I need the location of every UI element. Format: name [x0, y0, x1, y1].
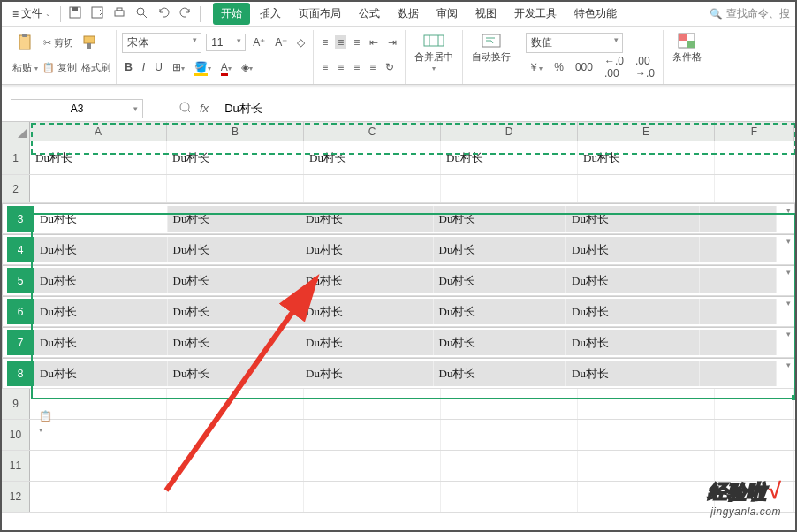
row-header[interactable]: 11: [2, 451, 30, 481]
cell[interactable]: Du村长: [34, 268, 168, 293]
tab-view[interactable]: 视图: [467, 3, 505, 25]
cell[interactable]: Du村长: [168, 268, 301, 293]
cell[interactable]: [167, 482, 304, 512]
tab-data[interactable]: 数据: [390, 3, 427, 25]
redo-icon[interactable]: [178, 5, 193, 22]
paste-label[interactable]: 粘贴 ▾: [12, 61, 38, 74]
cell[interactable]: [715, 141, 794, 174]
tab-formulas[interactable]: 公式: [351, 3, 388, 25]
cell[interactable]: [304, 482, 441, 512]
save-as-icon[interactable]: [90, 5, 104, 22]
decrease-font-button[interactable]: A⁻: [272, 35, 290, 49]
col-header-e[interactable]: E: [578, 122, 715, 141]
cut-button[interactable]: ✂ 剪切: [43, 36, 73, 49]
col-header-f[interactable]: F: [715, 122, 794, 141]
cell[interactable]: Du村长: [578, 141, 715, 174]
row-header[interactable]: 9: [2, 389, 30, 419]
row-header[interactable]: 7: [7, 330, 34, 355]
paste-options-icon[interactable]: 📋▾: [39, 410, 55, 422]
align-left-icon[interactable]: ≡: [319, 60, 330, 74]
cell[interactable]: Du村长: [34, 299, 168, 324]
cell[interactable]: [167, 389, 304, 419]
bold-button[interactable]: B: [122, 60, 135, 74]
cell[interactable]: Du村长: [566, 237, 700, 262]
cell[interactable]: Du村长: [566, 268, 700, 293]
cell[interactable]: Du村长: [566, 330, 700, 355]
cell[interactable]: [715, 420, 794, 450]
fill-color-button[interactable]: 🪣▾: [192, 60, 214, 74]
cell[interactable]: [715, 451, 794, 481]
cell[interactable]: Du村长: [434, 330, 567, 355]
cell[interactable]: Du村长: [34, 361, 168, 386]
select-all-corner[interactable]: [2, 122, 30, 141]
cell[interactable]: [441, 482, 578, 512]
cell[interactable]: Du村长: [441, 141, 578, 174]
row-header[interactable]: 4: [7, 237, 34, 262]
cell[interactable]: [578, 451, 715, 481]
underline-button[interactable]: U: [152, 60, 165, 74]
print-preview-icon[interactable]: [134, 5, 148, 22]
cell[interactable]: [578, 389, 715, 419]
dec-decimal-button[interactable]: .00→.0: [633, 54, 657, 80]
percent-button[interactable]: %: [551, 60, 566, 74]
increase-font-button[interactable]: A⁺: [250, 35, 268, 49]
border-button[interactable]: ⊞▾: [170, 60, 187, 74]
italic-button[interactable]: I: [140, 60, 148, 74]
col-header-b[interactable]: B: [167, 122, 304, 141]
cell[interactable]: Du村长: [30, 141, 167, 174]
align-middle-icon[interactable]: ≡: [335, 35, 346, 49]
merge-center-button[interactable]: 合并居中▾: [411, 30, 457, 74]
cell[interactable]: Du村长: [168, 361, 301, 386]
row-header[interactable]: 10: [2, 420, 30, 450]
inc-decimal-button[interactable]: ←.0.00: [602, 54, 626, 80]
cell[interactable]: Du村长: [300, 206, 434, 232]
cancel-icon[interactable]: [178, 101, 191, 116]
cell[interactable]: [715, 389, 794, 419]
row-header[interactable]: 1: [2, 141, 30, 174]
row-header[interactable]: 5: [7, 268, 34, 293]
cell[interactable]: Du村长: [168, 299, 301, 324]
cell[interactable]: [441, 451, 578, 481]
cell[interactable]: [304, 420, 441, 450]
cell[interactable]: Du村长: [300, 330, 434, 355]
cell[interactable]: [441, 420, 578, 450]
cell[interactable]: Du村长: [168, 206, 301, 232]
col-header-a[interactable]: A: [30, 122, 167, 141]
cell[interactable]: Du村长: [566, 206, 700, 232]
align-top-icon[interactable]: ≡: [319, 35, 330, 49]
cell[interactable]: Du村长: [34, 206, 168, 232]
cell[interactable]: Du村长: [304, 141, 441, 174]
search-box[interactable]: 🔍 查找命令、搜: [710, 6, 790, 21]
tab-insert[interactable]: 插入: [252, 3, 289, 25]
copy-button[interactable]: 📋 复制: [42, 61, 77, 74]
cell[interactable]: [304, 389, 441, 419]
tab-review[interactable]: 审阅: [429, 3, 466, 25]
cell[interactable]: Du村长: [566, 361, 700, 386]
name-box[interactable]: A3: [11, 99, 143, 118]
cell[interactable]: [441, 175, 578, 202]
align-right-icon[interactable]: ≡: [351, 60, 362, 74]
file-menu[interactable]: ≡ 文件 ⌄: [7, 6, 57, 21]
cell[interactable]: Du村长: [434, 237, 567, 262]
cell[interactable]: Du村长: [434, 206, 567, 232]
row-header[interactable]: 2: [2, 175, 30, 202]
row-header[interactable]: 3: [7, 206, 34, 232]
cell[interactable]: Du村长: [167, 141, 304, 174]
cell[interactable]: Du村长: [168, 330, 301, 355]
cell[interactable]: [30, 451, 167, 481]
cell[interactable]: Du村长: [34, 330, 168, 355]
fx-label[interactable]: fx: [200, 102, 209, 115]
cell[interactable]: [715, 175, 794, 202]
cell[interactable]: [578, 420, 715, 450]
tab-home[interactable]: 开始: [213, 3, 250, 25]
cell[interactable]: [700, 299, 777, 324]
row-header[interactable]: 6: [7, 299, 34, 324]
cell[interactable]: Du村长: [300, 299, 434, 324]
col-header-c[interactable]: C: [304, 122, 441, 141]
cell[interactable]: [700, 330, 777, 355]
print-icon[interactable]: [112, 5, 126, 22]
cell[interactable]: [578, 175, 715, 202]
cell[interactable]: [441, 389, 578, 419]
tab-special[interactable]: 特色功能: [566, 3, 625, 25]
orientation-icon[interactable]: ↻: [383, 60, 397, 74]
